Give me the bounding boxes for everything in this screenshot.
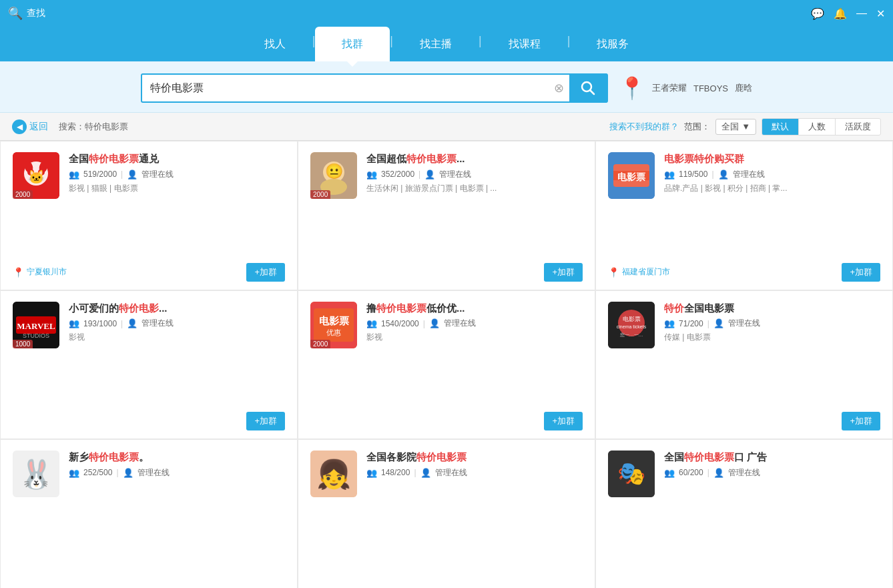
add-group-button[interactable]: +加群 — [842, 412, 880, 430]
back-arrow-icon: ◀ — [12, 119, 27, 134]
group-card-7: 🐰 新乡特价电影票。 👥 252/500 | 👤 管理在线 — [1, 440, 297, 588]
back-button[interactable]: ◀ 返回 — [12, 119, 48, 134]
search-icon: 🔍 — [8, 6, 23, 21]
card-top: 🎭 全国特价电影票口 广告 👥 60/200 | 👤 管理在线 — [608, 451, 880, 497]
card-meta: 👥 119/500 | 👤 管理在线 — [664, 169, 880, 180]
card-title: 电影票特价购买群 — [664, 152, 880, 166]
svg-text:您一…一…: 您一…一… — [619, 332, 643, 337]
people-icon: 👥 — [366, 170, 377, 180]
people-icon: 👥 — [69, 318, 79, 328]
avatar[interactable]: 电影票 — [608, 152, 655, 199]
avatar-wrap: 🐱 2000 — [13, 152, 59, 199]
card-title: 全国各影院特价电影票 — [366, 451, 583, 464]
tickets-avatar-img: 电影票 — [608, 152, 655, 199]
card-top: 😐 2000 全国超低特价电影票... 👥 352/2000 | 👤 管理在线 … — [310, 152, 583, 199]
nav-find-host[interactable]: 找主播 — [393, 27, 479, 61]
admin-status: 管理在线 — [728, 467, 760, 479]
navbar: 找人 | 找群 | 找主播 | 找课程 | 找服务 — [0, 27, 893, 61]
close-button[interactable]: ✕ — [876, 7, 885, 20]
add-group-button[interactable]: +加群 — [544, 412, 583, 430]
search-button[interactable] — [569, 73, 607, 103]
card-meta: 👥 352/2000 | 👤 管理在线 — [366, 169, 583, 180]
search-area: ⊗ 📍 王者荣耀 TFBOYS 鹿晗 — [0, 61, 893, 113]
avatar-wrap: 😐 2000 — [310, 152, 357, 199]
card-title: 特价全国电影票 — [664, 302, 880, 315]
card-bottom: +加群 — [608, 405, 880, 430]
titlebar-title: 查找 — [27, 7, 45, 19]
minimize-button[interactable]: — — [856, 7, 867, 19]
titlebar-left: 🔍 查找 — [8, 6, 45, 21]
avatar-wrap: 电影票 cinema tickets 您一…一… — [608, 302, 655, 348]
group-card-6: 电影票 cinema tickets 您一…一… 特价全国电影票 👥 71/20… — [596, 291, 892, 439]
card-tags: 影视 — [69, 332, 285, 343]
card-bottom — [13, 573, 285, 580]
svg-text:cinema tickets: cinema tickets — [617, 324, 647, 329]
admin-icon: 👤 — [420, 468, 431, 478]
card-info: 全国超低特价电影票... 👥 352/2000 | 👤 管理在线 生活休闲 | … — [366, 152, 583, 194]
admin-icon: 👤 — [718, 170, 729, 180]
card-info: 全国特价电影票口 广告 👥 60/200 | 👤 管理在线 — [664, 451, 880, 481]
avatar[interactable]: 👧 — [310, 451, 357, 497]
admin-status: 管理在线 — [141, 169, 174, 180]
card-info: 全国各影院特价电影票 👥 148/200 | 👤 管理在线 — [366, 451, 583, 481]
card-bottom: 📍 宁夏银川市 +加群 — [13, 256, 285, 282]
add-group-button[interactable]: +加群 — [842, 263, 880, 282]
avatar-wrap: 电影票 优惠 2000 — [310, 302, 357, 348]
avatar[interactable]: 🐰 — [13, 451, 59, 497]
admin-icon: 👤 — [429, 318, 440, 328]
card-info: 撸特价电影票低价优... 👥 1540/2000 | 👤 管理在线 影视 — [366, 302, 583, 344]
admin-status: 管理在线 — [444, 318, 476, 329]
admin-status: 管理在线 — [435, 467, 467, 479]
hot-tag-2[interactable]: TFBOYS — [693, 83, 728, 93]
admin-status: 管理在线 — [439, 169, 471, 180]
card-tags: 品牌.产品 | 影视 | 积分 | 招商 | 掌... — [664, 183, 880, 194]
search-clear-button[interactable]: ⊗ — [549, 81, 569, 95]
cant-find-link[interactable]: 搜索不到我的群？ — [609, 121, 679, 133]
dropdown-arrow-icon: ▼ — [741, 121, 750, 131]
sort-tabs: 默认 人数 活跃度 — [762, 118, 881, 135]
avatar-badge: 2000 — [13, 190, 33, 199]
card-info: 新乡特价电影票。 👥 252/500 | 👤 管理在线 — [69, 451, 285, 481]
people-icon: 👥 — [664, 318, 675, 328]
avatar[interactable]: 🎭 — [608, 451, 655, 497]
card-title: 全国特价电影票口 广告 — [664, 451, 880, 464]
members-count: 1540/2000 — [381, 319, 419, 328]
members-count: 119/500 — [679, 170, 707, 179]
range-dropdown[interactable]: 全国 ▼ — [715, 119, 756, 135]
results-grid: 🐱 2000 全国特价电影票通兑 👥 519/2000 | 👤 管理在线 影视 … — [0, 141, 893, 588]
bell-icon[interactable]: 🔔 — [834, 7, 847, 20]
people-icon: 👥 — [664, 468, 675, 478]
hot-tag-1[interactable]: 王者荣耀 — [652, 82, 687, 94]
admin-status: 管理在线 — [137, 467, 170, 479]
titlebar-right: 💬 🔔 — ✕ — [811, 7, 885, 20]
nav-find-course[interactable]: 找课程 — [482, 27, 567, 61]
card-bottom — [608, 573, 880, 580]
add-group-button[interactable]: +加群 — [246, 263, 285, 282]
nav-find-group[interactable]: 找群 — [315, 27, 390, 61]
card-bottom — [310, 573, 583, 580]
group-card-3: 电影票 电影票特价购买群 👥 119/500 | 👤 管理在线 品牌.产品 | … — [596, 141, 892, 290]
card-top: 电影票 cinema tickets 您一…一… 特价全国电影票 👥 71/20… — [608, 302, 880, 348]
hot-searches: 📍 王者荣耀 TFBOYS 鹿晗 — [619, 75, 752, 101]
add-group-button[interactable]: +加群 — [246, 412, 285, 430]
message-icon[interactable]: 💬 — [811, 7, 824, 20]
people-icon: 👥 — [664, 170, 675, 180]
search-icon — [581, 81, 595, 95]
sort-tab-members[interactable]: 人数 — [799, 119, 836, 135]
location-pin-icon: 📍 — [13, 267, 24, 278]
hot-tag-3[interactable]: 鹿晗 — [735, 82, 752, 94]
search-box: ⊗ — [141, 73, 608, 103]
svg-text:🎭: 🎭 — [617, 460, 646, 487]
nav-find-person[interactable]: 找人 — [238, 27, 312, 61]
avatar[interactable]: 电影票 cinema tickets 您一…一… — [608, 302, 655, 348]
card-meta: 👥 519/2000 | 👤 管理在线 — [69, 169, 285, 180]
search-input[interactable] — [142, 82, 549, 94]
nav-find-service[interactable]: 找服务 — [570, 27, 655, 61]
card-title: 新乡特价电影票。 — [69, 451, 285, 464]
svg-text:电影票: 电影票 — [319, 315, 350, 326]
card-top: 🐱 2000 全国特价电影票通兑 👥 519/2000 | 👤 管理在线 影视 … — [13, 152, 285, 199]
sort-tab-default[interactable]: 默认 — [762, 119, 799, 135]
people-icon: 👥 — [366, 468, 377, 478]
sort-tab-activity[interactable]: 活跃度 — [836, 119, 880, 135]
add-group-button[interactable]: +加群 — [544, 263, 583, 282]
